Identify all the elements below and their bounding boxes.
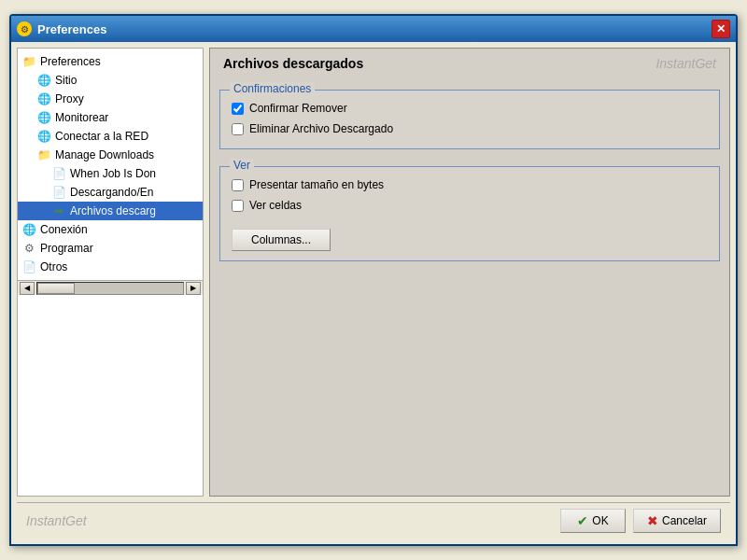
eliminar-archivo-row: Eliminar Archivo Descargado [232,119,708,139]
folder-icon-2: 📁 [36,147,51,162]
globe-icon-4: 🌐 [36,129,51,144]
title-bar-left: ⚙ Preferences [17,21,106,36]
sidebar-label-descargando: Descargando/En [70,186,153,199]
sidebar-item-when-job[interactable]: 📄 When Job Is Don [18,164,203,183]
sidebar-label-conexion: Conexión [40,223,88,236]
sidebar: 📁 Preferences 🌐 Sitio 🌐 Proxy 🌐 Monitore… [17,48,204,497]
panel-header: Archivos descargados InstantGet [210,49,729,77]
sidebar-label-when-job: When Job Is Don [70,167,156,180]
globe-icon: 🌐 [36,73,51,88]
sidebar-label-sitio: Sitio [55,74,77,87]
sidebar-item-preferences[interactable]: 📁 Preferences [18,52,203,71]
scroll-right-arrow[interactable]: ▶ [186,282,201,295]
ok-label: OK [592,514,608,527]
sidebar-label-monitorear: Monitorear [55,111,108,124]
confirmar-remover-checkbox[interactable] [232,103,244,115]
cancel-icon: ✖ [647,513,658,528]
sidebar-item-archivos[interactable]: ➡ Archivos descarg [18,202,203,220]
ver-group: Ver Presentar tamaño en bytes Ver celdas… [219,166,720,261]
panel-title: Archivos descargados [223,56,363,71]
columnas-button[interactable]: Columnas... [232,229,331,251]
title-bar: ⚙ Preferences ✕ [11,16,736,42]
sidebar-label-conectar: Conectar a la RED [55,130,148,143]
sidebar-label-archivos: Archivos descarg [70,204,156,217]
confirmar-remover-label: Confirmar Remover [249,102,347,115]
sidebar-item-descargando[interactable]: 📄 Descargando/En [18,183,203,202]
bottom-buttons: ✔ OK ✖ Cancelar [560,509,721,533]
presentar-tamano-row: Presentar tamaño en bytes [232,175,708,195]
ver-celdas-row: Ver celdas [232,195,708,216]
confirmaciones-label: Confirmaciones [230,82,315,95]
confirmar-remover-row: Confirmar Remover [232,98,708,119]
sidebar-label-otros: Otros [40,260,67,273]
scroll-thumb [37,283,75,294]
sidebar-label-preferences: Preferences [40,55,101,68]
sidebar-item-conectar[interactable]: 🌐 Conectar a la RED [18,127,203,146]
doc-icon-3: 📄 [21,259,36,274]
scroll-track[interactable] [36,282,184,295]
sidebar-item-programar[interactable]: ⚙ Programar [18,239,203,258]
ver-label: Ver [230,159,254,172]
sidebar-item-monitorear[interactable]: 🌐 Monitorear [18,108,203,127]
right-panel: Archivos descargados InstantGet Confirma… [209,48,730,497]
preferences-window: ⚙ Preferences ✕ 📁 Preferences 🌐 Sitio [9,14,738,546]
globe-icon-2: 🌐 [36,91,51,106]
ok-button[interactable]: ✔ OK [560,509,626,533]
scroll-left-arrow[interactable]: ◀ [20,282,35,295]
folder-icon: 📁 [21,54,36,69]
cancel-label: Cancelar [662,514,707,527]
presentar-tamano-label: Presentar tamaño en bytes [249,178,384,191]
sidebar-item-sitio[interactable]: 🌐 Sitio [18,71,203,90]
panel-content: Confirmaciones Confirmar Remover Elimina… [210,77,729,496]
window-body: 📁 Preferences 🌐 Sitio 🌐 Proxy 🌐 Monitore… [11,42,736,544]
eliminar-archivo-checkbox[interactable] [232,123,244,135]
doc-icon: 📄 [51,166,66,181]
sidebar-scrollbar: ◀ ▶ [18,280,203,295]
close-button[interactable]: ✕ [712,20,730,38]
bottom-bar: InstantGet ✔ OK ✖ Cancelar [17,502,730,539]
arrow-icon: ➡ [51,203,66,218]
window-title: Preferences [37,22,106,36]
presentar-tamano-checkbox[interactable] [232,179,244,191]
bottom-brand: InstantGet [26,513,87,528]
globe-icon-3: 🌐 [36,110,51,125]
sidebar-label-proxy: Proxy [55,92,84,105]
sidebar-label-manage-downloads: Manage Downloads [55,148,154,161]
doc-icon-2: 📄 [51,185,66,200]
tree: 📁 Preferences 🌐 Sitio 🌐 Proxy 🌐 Monitore… [18,49,203,280]
window-icon: ⚙ [17,21,32,36]
eliminar-archivo-label: Eliminar Archivo Descargado [249,122,393,135]
sidebar-item-otros[interactable]: 📄 Otros [18,258,203,276]
sidebar-label-programar: Programar [40,242,93,255]
main-content: 📁 Preferences 🌐 Sitio 🌐 Proxy 🌐 Monitore… [17,48,730,497]
sidebar-item-conexion[interactable]: 🌐 Conexión [18,220,203,239]
sidebar-item-proxy[interactable]: 🌐 Proxy [18,90,203,108]
globe-icon-5: 🌐 [21,222,36,237]
ver-celdas-checkbox[interactable] [232,200,244,212]
gear-icon: ⚙ [21,241,36,256]
ok-icon: ✔ [577,513,588,528]
cancel-button[interactable]: ✖ Cancelar [633,509,721,533]
sidebar-item-manage-downloads[interactable]: 📁 Manage Downloads [18,146,203,164]
confirmaciones-group: Confirmaciones Confirmar Remover Elimina… [219,90,720,149]
ver-celdas-label: Ver celdas [249,199,302,212]
panel-brand: InstantGet [655,56,716,71]
